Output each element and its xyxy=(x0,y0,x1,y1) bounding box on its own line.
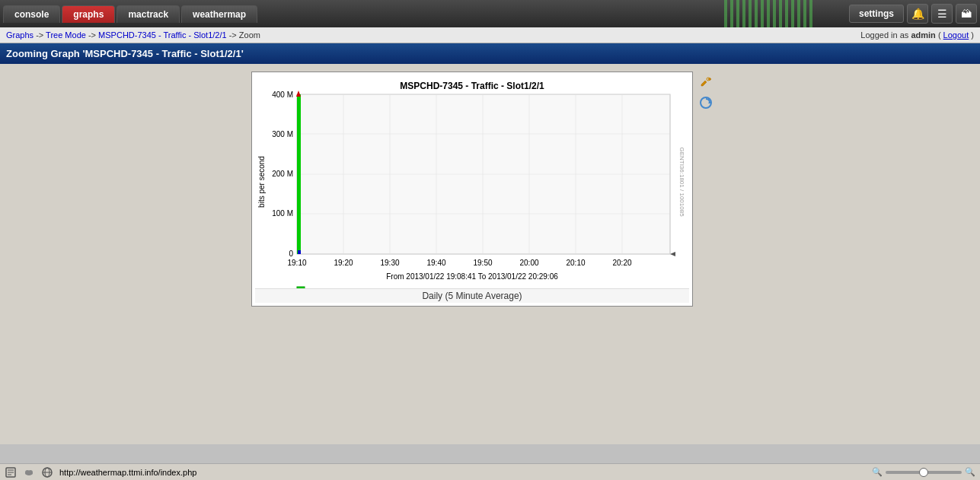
notifications-icon-btn[interactable]: 🔔 xyxy=(907,4,928,24)
decorative-stripe xyxy=(721,0,812,27)
top-nav: console graphs mactrack weathermap setti… xyxy=(0,0,980,27)
graph-action-icons xyxy=(697,72,714,111)
outbound-bar xyxy=(298,250,301,254)
legend-inbound-avg-value: 5.66M xyxy=(453,288,474,288)
username: admin xyxy=(911,30,935,40)
breadcrumb-bar: Graphs -> Tree Mode -> MSPCHD-7345 - Tra… xyxy=(0,27,980,43)
settings-button[interactable]: settings xyxy=(849,5,904,23)
time-range: From 2013/01/22 19:08:41 To 2013/01/22 2… xyxy=(386,272,558,281)
status-cloud-icon[interactable] xyxy=(23,466,35,478)
tab-graphs[interactable]: graphs xyxy=(62,5,115,23)
legend-inbound-label: Inbound xyxy=(308,288,336,288)
status-page-icon[interactable] xyxy=(5,466,17,478)
legend-inbound-current-label: Current: xyxy=(350,288,378,288)
menu-icon-btn[interactable]: ☰ xyxy=(931,4,953,24)
refresh-icon xyxy=(699,96,713,110)
breadcrumb: Graphs -> Tree Mode -> MSPCHD-7345 - Tra… xyxy=(6,30,260,40)
x-label-1930: 19:30 xyxy=(380,259,399,267)
graph-caption: Daily (5 Minute Average) xyxy=(255,288,689,303)
x-label-2010: 20:10 xyxy=(566,259,585,267)
refresh-icon-btn[interactable] xyxy=(697,94,714,111)
x-label-2000: 20:00 xyxy=(519,259,538,267)
y-label-300m: 300 M xyxy=(272,130,293,138)
y-label-0: 0 xyxy=(289,250,293,258)
x-axis-arrow xyxy=(670,252,675,256)
legend-inbound-avg-label: Average: xyxy=(415,288,445,288)
graph-title: MSPCHD-7345 - Traffic - Slot1/2/1 xyxy=(400,81,544,91)
y-label-200m: 200 M xyxy=(272,170,293,178)
graph-wrapper: MSPCHD-7345 - Traffic - Slot1/2/1 xyxy=(251,72,693,307)
nav-tabs: console graphs mactrack weathermap xyxy=(3,5,257,23)
landscape-icon-btn[interactable]: 🏔 xyxy=(956,4,977,24)
main-content: MSPCHD-7345 - Traffic - Slot1/2/1 xyxy=(0,64,980,444)
breadcrumb-current: Zoom xyxy=(239,30,260,40)
login-info: Logged in as admin ( Logout ) xyxy=(860,30,974,40)
y-label-400m: 400 M xyxy=(272,91,293,99)
status-bar: http://weathermap.ttmi.info/index.php 🔍 … xyxy=(0,463,980,480)
x-label-1940: 19:40 xyxy=(426,259,445,267)
breadcrumb-sep-3: -> xyxy=(229,30,239,40)
page-title-bar: Zooming Graph 'MSPCHD-7345 - Traffic - S… xyxy=(0,43,980,64)
tab-console[interactable]: console xyxy=(3,5,60,23)
legend-inbound-color xyxy=(297,287,305,288)
graph-area: MSPCHD-7345 - Traffic - Slot1/2/1 xyxy=(251,72,972,307)
logout-link[interactable]: Logout xyxy=(943,30,969,40)
x-label-1910: 19:10 xyxy=(287,259,306,267)
status-url: http://weathermap.ttmi.info/index.php xyxy=(59,468,866,477)
x-label-1920: 19:20 xyxy=(334,259,353,267)
y-label-100m: 100 M xyxy=(272,209,293,218)
breadcrumb-tree-mode[interactable]: Tree Mode xyxy=(46,30,86,40)
legend-inbound-max-value: 456.06M xyxy=(529,288,559,288)
spike-top-arrow xyxy=(296,91,301,97)
inbound-spike xyxy=(297,94,301,254)
page-title: Zooming Graph 'MSPCHD-7345 - Traffic - S… xyxy=(6,48,244,59)
zoom-slider[interactable] xyxy=(886,471,962,474)
x-label-1950: 19:50 xyxy=(473,259,492,267)
tab-weathermap[interactable]: weathermap xyxy=(181,5,257,23)
breadcrumb-device[interactable]: MSPCHD-7345 - Traffic - Slot1/2/1 xyxy=(98,30,227,40)
zoom-in-icon: 🔍 xyxy=(965,467,975,477)
logged-in-text: Logged in as xyxy=(860,30,911,40)
legend-inbound-current-value: 0.00 xyxy=(388,288,404,288)
y-axis-title: bits per second xyxy=(257,156,266,208)
graph-svg: MSPCHD-7345 - Traffic - Slot1/2/1 xyxy=(255,75,689,288)
status-globe-icon[interactable] xyxy=(41,466,53,478)
wrench-icon xyxy=(699,76,713,90)
legend-inbound-max-label: Maximum: xyxy=(487,288,522,288)
x-label-2020: 20:20 xyxy=(612,259,631,267)
breadcrumb-sep-2: -> xyxy=(88,30,98,40)
nav-right-controls: settings 🔔 ☰ 🏔 xyxy=(849,4,977,24)
zoom-out-icon: 🔍 xyxy=(872,467,883,477)
status-right: 🔍 🔍 xyxy=(872,467,975,477)
breadcrumb-sep-1: -> xyxy=(36,30,46,40)
breadcrumb-graphs[interactable]: Graphs xyxy=(6,30,34,40)
wrench-icon-btn[interactable] xyxy=(697,75,714,91)
svg-point-9 xyxy=(28,470,33,475)
tab-mactrack[interactable]: mactrack xyxy=(117,5,180,23)
side-watermark: GENTI36:1801 / 1001085 xyxy=(678,147,685,217)
